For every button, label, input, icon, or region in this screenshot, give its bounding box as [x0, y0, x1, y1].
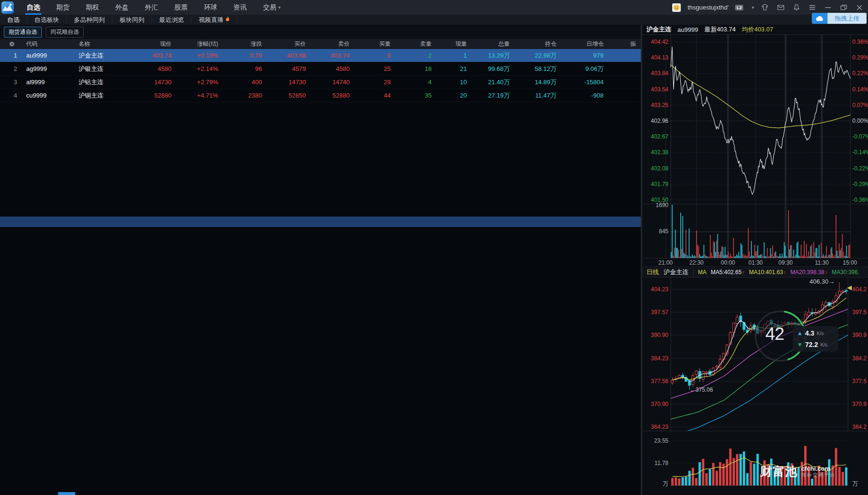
restore-icon[interactable] [839, 4, 848, 11]
bell-icon[interactable] [792, 4, 800, 11]
drag-upload-label[interactable]: 拖拽上传 [828, 13, 867, 24]
axis-tick: 0.00% [852, 118, 868, 124]
menu-item-global-markets[interactable]: 外盘 [107, 0, 137, 15]
user-menu-caret-icon[interactable]: ▾ [752, 5, 754, 10]
column-header-3[interactable]: 涨幅(结) [176, 39, 223, 49]
cell-open_interest: 14.89万 [515, 76, 561, 89]
axis-tick: 384.23 [644, 355, 668, 362]
low-price-annotation: ←375.06 [690, 386, 713, 393]
cell-ask_vol: 18 [395, 62, 436, 75]
cell-idx: 2 [0, 62, 22, 75]
axis-tick: 万 [644, 480, 668, 488]
empty-row-highlight[interactable] [0, 217, 641, 227]
tab-futures-watchlist[interactable]: 期货通自选 [4, 27, 42, 38]
cell-ask: 14740 [311, 76, 354, 89]
column-header-8[interactable]: 卖量 [395, 39, 436, 49]
column-header-13[interactable]: 振 [608, 39, 641, 49]
menu-list-icon[interactable] [808, 4, 816, 11]
username[interactable]: thsguestujxthd' [687, 4, 728, 11]
column-header-11[interactable]: 持仓 [515, 39, 561, 49]
close-icon[interactable] [855, 4, 863, 11]
menu-item-options[interactable]: 期权 [78, 0, 107, 15]
time-axis-tick: 15:00 [839, 259, 861, 266]
menu-item-trade[interactable]: 交易▾ [255, 0, 289, 15]
mail-icon[interactable] [777, 4, 785, 11]
high-price-annotation: 406.30→ [786, 278, 835, 285]
main-nav: 自选期货期权外盘外汇股票环球资讯交易▾ [19, 0, 289, 15]
table-row-al9999[interactable]: 3al9999沪铝主连14730+2.79%400147301474029410… [0, 76, 641, 89]
axis-tick: 384.2 [852, 355, 868, 362]
cell-name: 沪银主连 [74, 62, 133, 75]
app-logo-icon[interactable] [1, 1, 14, 14]
drag-upload-button[interactable]: 拖拽上传 [812, 13, 867, 24]
toolbar-item-recent[interactable]: 最近浏览 [152, 17, 192, 23]
quote-last-price: 最新403.74 [704, 25, 736, 34]
axis-tick: 377.5 [852, 378, 868, 385]
toolbar-item-label: 板块同列 [120, 17, 144, 23]
menu-item-news[interactable]: 资讯 [225, 0, 255, 15]
table-settings-gear-icon[interactable]: ⚙ [0, 39, 22, 49]
table-row-au9999[interactable]: 1au9999沪金主连403.74+0.19%0.78403.68403.745… [0, 49, 641, 62]
cell-price: 403.74 [133, 49, 176, 62]
toolbar-item-watchlist[interactable]: 自选 [0, 17, 27, 23]
column-header-7[interactable]: 买量 [354, 39, 395, 49]
axis-tick: 377.56 [644, 378, 668, 385]
up-arrow-icon: ↑ [784, 269, 787, 275]
menu-item-forex[interactable]: 外汇 [137, 0, 166, 15]
toolbar-item-label: 多品种同列 [74, 17, 105, 23]
axis-tick: 390.9 [852, 332, 868, 338]
cell-code: cu9999 [22, 89, 74, 102]
axis-tick: 0.29% [852, 54, 868, 61]
column-header-4[interactable]: 涨跌 [223, 39, 267, 49]
cell-chg: 0.78 [223, 49, 267, 62]
cloud-upload-icon[interactable] [812, 13, 828, 24]
kline-period[interactable]: 日线 [646, 268, 659, 277]
download-arrow-icon: ▼ [797, 341, 803, 348]
cell-bid_vol: 25 [354, 62, 395, 75]
table-row-ag9999[interactable]: 2ag9999沪银主连4580+2.14%964579458025182199.… [0, 62, 641, 76]
axis-tick: 845 [644, 228, 668, 235]
watermark-subtitle: 指标交易平台 [801, 472, 836, 478]
quote-average-price: 均价403.07 [742, 25, 773, 34]
column-header-1[interactable]: 名称 [74, 39, 133, 49]
cell-day_delta: 979 [561, 49, 608, 62]
cell-chg_pct: +2.14% [176, 62, 223, 75]
toolbar-item-live-video[interactable]: 视频直播 [192, 17, 237, 23]
minimize-icon[interactable] [824, 4, 832, 11]
time-axis-tick: 00:00 [717, 259, 739, 266]
cell-chg_pct: +0.19% [176, 49, 223, 62]
toolbar-item-block-compare[interactable]: 板块同列 [112, 17, 152, 23]
axis-tick: 402.08 [644, 165, 668, 172]
axis-tick: 0.22% [852, 70, 868, 77]
menu-item-world[interactable]: 环球 [196, 0, 225, 15]
menu-item-favorites[interactable]: 自选 [19, 0, 48, 15]
axis-tick: 404.42 [644, 39, 668, 45]
menu-item-stocks[interactable]: 股票 [166, 0, 196, 15]
toolbar-item-multi-symbol[interactable]: 多品种同列 [67, 17, 112, 23]
menu-item-futures[interactable]: 期货 [48, 0, 78, 15]
table-header-row: ⚙代码名称现价涨幅(结)涨跌买价卖价买量卖量现量总量持仓日增仓振 [0, 39, 641, 49]
kline-info-bar: 日线 沪金主连 MAMA5:402.65↑MA10:401.63↑MA20:39… [642, 267, 868, 277]
cell-chg: 2380 [223, 89, 267, 102]
axis-tick: 397.57 [644, 309, 668, 316]
up-arrow-icon: ↑ [742, 269, 745, 275]
axis-tick: 402.38 [644, 149, 668, 156]
quote-name[interactable]: 沪金主连 [646, 25, 671, 34]
window-icons [761, 4, 863, 11]
column-header-6[interactable]: 卖价 [311, 39, 354, 49]
cell-total_vol: 13.29万 [472, 49, 515, 62]
tab-ths-watchlist[interactable]: 同花顺自选 [46, 27, 84, 38]
column-header-10[interactable]: 总量 [472, 39, 515, 49]
user-avatar[interactable] [672, 3, 681, 12]
toolbar-item-watch-blocks[interactable]: 自选板块 [27, 17, 67, 23]
column-header-12[interactable]: 日增仓 [561, 39, 608, 49]
column-header-5[interactable]: 买价 [267, 39, 311, 49]
column-header-9[interactable]: 现量 [436, 39, 472, 49]
quote-header: 沪金主连 au9999 最新403.74 均价403.07 [642, 25, 868, 34]
axis-tick: 403.54 [644, 86, 668, 93]
skin-icon[interactable] [761, 4, 769, 11]
column-header-0[interactable]: 代码 [22, 39, 74, 49]
user-level-badge: L2 [735, 5, 743, 10]
column-header-2[interactable]: 现价 [133, 39, 176, 49]
table-row-cu9999[interactable]: 4cu9999沪铜主连52880+4.71%238052850528804435… [0, 89, 641, 102]
